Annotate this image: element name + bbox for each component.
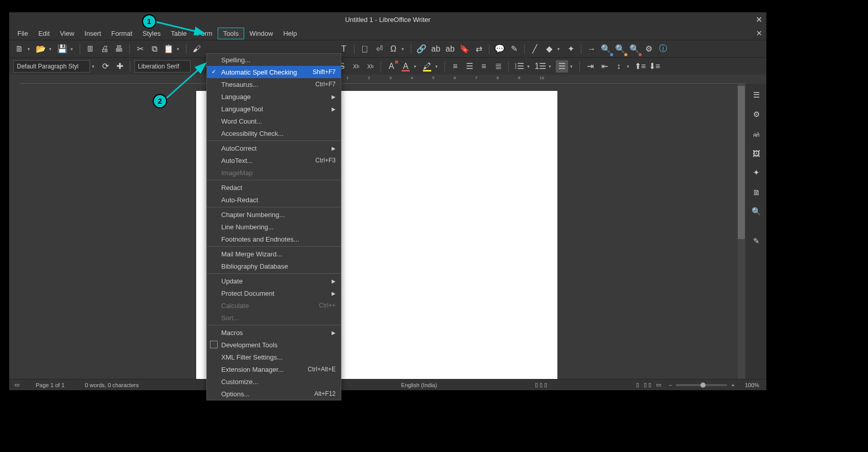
menu-file[interactable]: File bbox=[12, 28, 33, 39]
paste-icon[interactable]: 📋 bbox=[162, 43, 175, 55]
sidebar-page-icon[interactable]: 🗎 bbox=[750, 186, 762, 198]
menu-item-spelling[interactable]: Spelling... bbox=[207, 54, 341, 66]
status-wordcount[interactable]: 0 words, 0 characters bbox=[75, 382, 149, 388]
status-zoom[interactable]: 100% bbox=[735, 382, 761, 388]
copy-icon[interactable]: ⧉ bbox=[148, 43, 160, 55]
new-dropdown[interactable]: ▾ bbox=[28, 46, 33, 52]
footnote-icon[interactable]: ab bbox=[430, 43, 442, 55]
menu-item-bibliography-database[interactable]: Bibliography Database bbox=[207, 260, 341, 272]
update-style-icon[interactable]: ⟳ bbox=[99, 60, 111, 73]
menu-item-line-numbering[interactable]: Line Numbering... bbox=[207, 221, 341, 233]
menu-item-xml-filter-settings[interactable]: XML Filter Settings... bbox=[207, 351, 341, 363]
sidebar-manage-icon[interactable]: ✎ bbox=[750, 235, 762, 247]
menu-item-protect-document[interactable]: Protect Document▶ bbox=[207, 287, 341, 299]
menu-item-options[interactable]: Options...Alt+F12 bbox=[207, 388, 341, 400]
menu-item-extension-manager[interactable]: Extension Manager...Ctrl+Alt+E bbox=[207, 363, 341, 375]
align-center-icon[interactable]: ☰ bbox=[463, 60, 476, 73]
new-doc-icon[interactable]: 🗎 bbox=[13, 43, 26, 55]
line-icon[interactable]: ╱ bbox=[529, 43, 541, 55]
endnote-icon[interactable]: ab bbox=[444, 43, 456, 55]
outline-icon[interactable]: ☰ bbox=[556, 60, 568, 73]
wizard-icon[interactable]: → bbox=[585, 43, 598, 55]
new-style-icon[interactable]: ✚ bbox=[113, 60, 126, 73]
menu-view[interactable]: View bbox=[55, 28, 79, 39]
menu-item-update[interactable]: Update▶ bbox=[207, 275, 341, 287]
sidebar-navigator-icon[interactable]: ✦ bbox=[750, 166, 762, 179]
clear-format-icon[interactable]: A✖ bbox=[385, 60, 397, 73]
outline-dropdown[interactable]: ▾ bbox=[570, 64, 575, 69]
shapes-icon[interactable]: ◆ bbox=[543, 43, 555, 55]
menu-item-chapter-numbering[interactable]: Chapter Numbering... bbox=[207, 208, 341, 221]
print-icon[interactable]: 🖨 bbox=[99, 43, 111, 55]
status-indicator-icon[interactable]: ▭ bbox=[14, 382, 19, 388]
cross-ref-icon[interactable]: ⇄ bbox=[473, 43, 485, 55]
menu-item-customize[interactable]: Customize... bbox=[207, 375, 341, 388]
number-list-icon[interactable]: 1☰ bbox=[534, 60, 547, 73]
para-spacing-inc-icon[interactable]: ⬆≡ bbox=[634, 60, 646, 73]
menu-format[interactable]: Format bbox=[106, 28, 137, 39]
horizontal-ruler[interactable]: 12345678910 bbox=[19, 75, 746, 84]
font-color-dropdown[interactable]: ▾ bbox=[414, 64, 419, 69]
section-icon[interactable]: ⎕ bbox=[359, 43, 371, 55]
nav2-icon[interactable]: 🔍 bbox=[614, 43, 626, 55]
para-spacing-dec-icon[interactable]: ⬇≡ bbox=[648, 60, 661, 73]
paragraph-style-combo[interactable]: Default Paragraph Styl bbox=[13, 60, 90, 73]
menu-item-language[interactable]: Language▶ bbox=[207, 90, 341, 103]
scroll-thumb[interactable] bbox=[738, 86, 745, 239]
save-dropdown[interactable]: ▾ bbox=[71, 46, 76, 52]
zoom-thumb[interactable] bbox=[700, 383, 706, 388]
zoom-out-icon[interactable]: − bbox=[669, 382, 672, 388]
status-page[interactable]: Page 1 of 1 bbox=[26, 382, 75, 388]
align-justify-icon[interactable]: ≣ bbox=[492, 60, 504, 73]
export-pdf-icon[interactable]: 🗏 bbox=[84, 43, 97, 55]
font-color-icon[interactable]: A bbox=[400, 60, 412, 73]
menu-item-autotext[interactable]: AutoText...Ctrl+F3 bbox=[207, 154, 341, 166]
comment-icon[interactable]: 💬 bbox=[494, 43, 506, 55]
vertical-scrollbar[interactable] bbox=[738, 84, 745, 379]
zoom-slider[interactable] bbox=[676, 384, 727, 386]
menu-help[interactable]: Help bbox=[278, 28, 302, 39]
hyperlink-icon[interactable]: 🔗 bbox=[415, 43, 428, 55]
menu-item-footnotes-and-endnotes[interactable]: Footnotes and Endnotes... bbox=[207, 233, 341, 245]
increase-indent-icon[interactable]: ⇥ bbox=[584, 60, 596, 73]
highlight-dropdown[interactable]: ▾ bbox=[435, 64, 440, 69]
menu-edit[interactable]: Edit bbox=[33, 28, 55, 39]
nav1-icon[interactable]: 🔍 bbox=[600, 43, 612, 55]
decrease-indent-icon[interactable]: ⇤ bbox=[598, 60, 611, 73]
menu-table[interactable]: Table bbox=[166, 28, 192, 39]
status-view-mode-icons[interactable]: ▯ ▯▯ ▭ bbox=[636, 382, 663, 388]
draw-icon[interactable]: ✦ bbox=[565, 43, 577, 55]
menu-item-automatic-spell-checking[interactable]: ✓Automatic Spell CheckingShift+F7 bbox=[207, 66, 341, 78]
cut-icon[interactable]: ✂ bbox=[134, 43, 146, 55]
settings-icon[interactable]: ⚙ bbox=[643, 43, 655, 55]
doc-close-icon[interactable]: ✕ bbox=[756, 29, 762, 37]
superscript-icon[interactable]: Xb bbox=[350, 60, 362, 73]
save-icon[interactable]: 💾 bbox=[56, 43, 68, 55]
menu-item-languagetool[interactable]: LanguageTool▶ bbox=[207, 103, 341, 115]
menu-form[interactable]: Form bbox=[192, 28, 217, 39]
paste-dropdown[interactable]: ▾ bbox=[177, 46, 182, 52]
open-dropdown[interactable]: ▾ bbox=[49, 46, 54, 52]
menu-window[interactable]: Window bbox=[244, 28, 278, 39]
highlight-icon[interactable]: 🖍 bbox=[421, 60, 433, 73]
close-icon[interactable]: ✕ bbox=[756, 15, 762, 25]
menu-item-autocorrect[interactable]: AutoCorrect▶ bbox=[207, 142, 341, 154]
shapes-dropdown[interactable]: ▾ bbox=[557, 46, 562, 52]
sidebar-properties-icon[interactable]: ⚙ bbox=[750, 108, 762, 121]
font-name-combo[interactable]: Liberation Serif bbox=[134, 60, 191, 73]
page-break-icon[interactable]: ⏎ bbox=[373, 43, 385, 55]
menu-styles[interactable]: Styles bbox=[137, 28, 166, 39]
sidebar-inspector-icon[interactable]: 🔍 bbox=[750, 205, 762, 218]
bullet-list-icon[interactable]: ⁝☰ bbox=[513, 60, 525, 73]
subscript-icon[interactable]: Xb bbox=[364, 60, 377, 73]
omega-dropdown[interactable]: ▾ bbox=[402, 46, 407, 52]
menu-item-auto-redact[interactable]: Auto-Redact bbox=[207, 194, 341, 206]
menu-item-mail-merge-wizard[interactable]: Mail Merge Wizard... bbox=[207, 248, 341, 260]
spacing-dropdown[interactable]: ▾ bbox=[627, 64, 632, 69]
document-area[interactable] bbox=[19, 84, 736, 379]
menu-item-thesaurus[interactable]: Thesaurus...Ctrl+F7 bbox=[207, 78, 341, 90]
print-preview-icon[interactable]: 🖶 bbox=[113, 43, 125, 55]
special-char-icon[interactable]: Ω bbox=[387, 43, 400, 55]
line-spacing-icon[interactable]: ↕ bbox=[613, 60, 625, 73]
align-right-icon[interactable]: ≡ bbox=[478, 60, 490, 73]
